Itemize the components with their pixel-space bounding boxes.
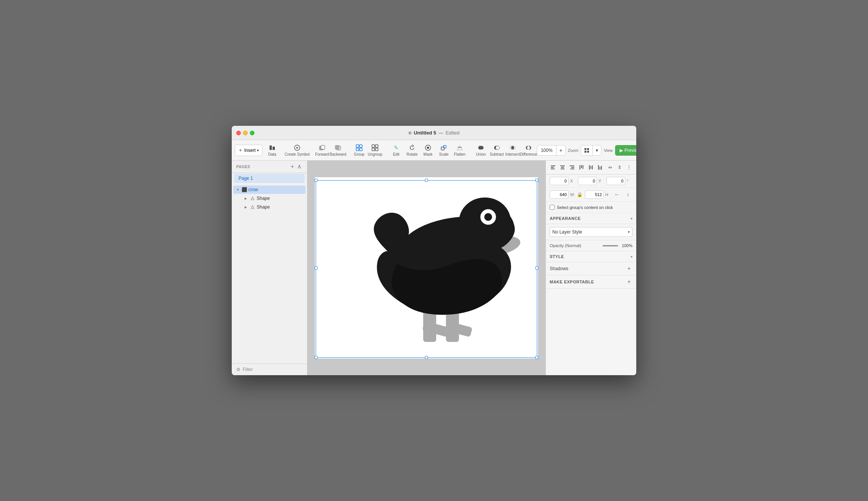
flatten-label: Flatten xyxy=(454,152,466,156)
flip-h-button[interactable]: ↔ xyxy=(612,190,621,199)
handle-bc[interactable] xyxy=(425,356,428,359)
h-field: H xyxy=(585,190,610,199)
handle-mr[interactable] xyxy=(535,266,538,269)
layer-shape-1[interactable]: ▶ Shape xyxy=(233,194,305,203)
dropdown-arrow-icon: ▾ xyxy=(257,148,259,152)
add-shadow-button[interactable]: + xyxy=(626,265,632,272)
h-input[interactable] xyxy=(585,190,604,199)
difference-icon xyxy=(525,144,532,152)
insert-group: ＋ Insert ▾ xyxy=(235,145,262,156)
layer-shape1-arrow-icon: ▶ xyxy=(245,197,248,200)
layer-shape-2[interactable]: ▶ Shape xyxy=(233,203,305,211)
union-label: Union xyxy=(476,152,486,156)
canvas-area[interactable] xyxy=(307,161,546,375)
data-button[interactable]: Data xyxy=(265,142,280,159)
flatten-button[interactable]: Flatten xyxy=(452,142,467,159)
subtract-button[interactable]: Subtract xyxy=(489,142,504,159)
collapse-pages-button[interactable]: ∧ xyxy=(296,164,302,170)
insert-label: Insert xyxy=(244,148,256,153)
add-page-button[interactable]: + xyxy=(290,164,295,170)
handle-ml[interactable] xyxy=(315,266,318,269)
layer-name-crow: crow xyxy=(248,187,302,192)
view-toggle[interactable]: ▾ xyxy=(581,145,601,156)
page-item-1[interactable]: Page 1 xyxy=(234,174,305,183)
svg-rect-9 xyxy=(356,145,359,147)
backward-label: Backward xyxy=(330,152,346,156)
svg-rect-52 xyxy=(583,165,583,169)
scale-icon xyxy=(440,144,448,152)
fullscreen-button[interactable] xyxy=(250,131,254,135)
more-align-button[interactable]: ⋮ xyxy=(625,163,633,172)
align-center-h-button[interactable] xyxy=(558,163,567,172)
titlebar-center: Untitled 5 — Edited xyxy=(408,130,459,136)
union-button[interactable]: Union xyxy=(473,142,488,159)
x-input[interactable] xyxy=(550,177,569,185)
align-middle-v-button[interactable] xyxy=(586,163,595,172)
create-symbol-icon xyxy=(293,144,301,152)
play-icon: ▶ xyxy=(620,148,623,153)
rotation-field: ° xyxy=(606,177,632,185)
layer-style-select[interactable]: No Layer Style ▾ xyxy=(550,227,632,237)
distribute-h-button[interactable]: ⇔ xyxy=(606,163,615,172)
union-icon xyxy=(477,144,485,152)
flip-v-button[interactable]: ↕ xyxy=(623,190,632,199)
view-toggle-grid[interactable] xyxy=(581,145,593,155)
edit-button[interactable]: ✎ Edit xyxy=(389,142,404,159)
zoom-control[interactable]: 100% + xyxy=(537,145,566,156)
close-button[interactable] xyxy=(236,131,241,135)
appearance-section-header[interactable]: APPEARANCE ▾ xyxy=(546,213,636,224)
y-input[interactable] xyxy=(578,177,597,185)
lock-aspect-icon[interactable]: 🔒 xyxy=(577,192,583,197)
handle-tl[interactable] xyxy=(315,179,318,182)
layer-arrow-icon: ▼ xyxy=(236,188,240,192)
data-icon xyxy=(268,144,276,152)
main-content: PAGES + ∧ Page 1 ▼ ⬛ crow xyxy=(232,161,636,375)
view-toggle-list[interactable]: ▾ xyxy=(593,145,601,155)
make-exportable-label: MAKE EXPORTABLE xyxy=(550,280,594,284)
pages-header: PAGES + ∧ xyxy=(232,161,307,173)
handle-tc[interactable] xyxy=(425,179,428,182)
svg-rect-10 xyxy=(360,145,362,147)
create-symbol-button[interactable]: Create Symbol xyxy=(286,142,308,159)
mask-button[interactable]: Mask xyxy=(420,142,436,159)
scale-button[interactable]: Scale xyxy=(436,142,451,159)
layer-crow[interactable]: ▼ ⬛ crow xyxy=(233,186,305,194)
handle-br[interactable] xyxy=(535,356,538,359)
group-button[interactable]: Group xyxy=(352,142,367,159)
svg-rect-50 xyxy=(580,165,580,170)
backward-icon xyxy=(334,144,342,152)
distribute-v-button[interactable]: ⇕ xyxy=(615,163,624,172)
view-label: View xyxy=(604,148,613,153)
traffic-lights xyxy=(236,131,254,135)
opacity-label: Opacity (Normal) xyxy=(550,243,581,248)
select-contents-label: Select group's content on click xyxy=(557,205,613,210)
plus-icon: ＋ xyxy=(238,147,243,153)
rotation-input[interactable] xyxy=(606,177,625,185)
opacity-slider[interactable] xyxy=(603,245,618,246)
style-section-header[interactable]: STYLE ▾ xyxy=(546,251,636,262)
difference-button[interactable]: Difference xyxy=(521,142,536,159)
align-top-button[interactable] xyxy=(577,163,586,172)
scale-label: Scale xyxy=(439,152,449,156)
handle-tr[interactable] xyxy=(535,179,538,182)
svg-rect-54 xyxy=(591,166,591,169)
align-left-button[interactable] xyxy=(549,163,558,172)
align-right-button[interactable] xyxy=(568,163,577,172)
select-contents-checkbox[interactable] xyxy=(550,205,555,210)
y-field: Y xyxy=(578,177,604,185)
zoom-plus-button[interactable]: + xyxy=(556,145,565,156)
backward-button[interactable]: Backward xyxy=(330,142,346,159)
insert-button[interactable]: ＋ Insert ▾ xyxy=(235,145,262,156)
shadows-row: Shadows + xyxy=(546,262,636,275)
rotate-button[interactable]: Rotate xyxy=(405,142,420,159)
intersect-button[interactable]: Intersect xyxy=(505,142,520,159)
align-bottom-button[interactable] xyxy=(596,163,604,172)
forward-button[interactable]: Forward xyxy=(315,142,330,159)
add-exportable-button[interactable]: + xyxy=(626,278,632,285)
minimize-button[interactable] xyxy=(243,131,248,135)
ungroup-button[interactable]: Ungroup xyxy=(367,142,383,159)
preview-button[interactable]: ▶ Preview xyxy=(615,145,636,156)
handle-bl[interactable] xyxy=(315,356,318,359)
titlebar-separator: — xyxy=(439,130,443,136)
w-input[interactable] xyxy=(550,190,569,199)
